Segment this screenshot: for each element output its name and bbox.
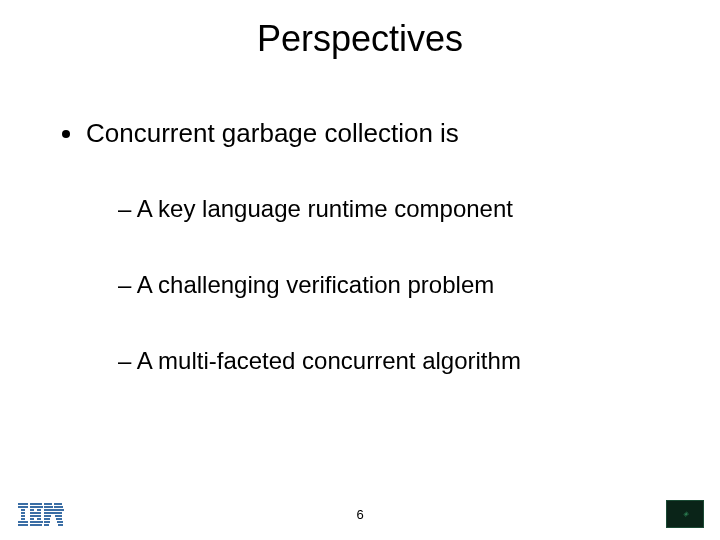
decorative-badge-icon: ◈ [666, 500, 704, 528]
bullet-dot-icon [62, 130, 70, 138]
ibm-logo-icon [18, 503, 64, 526]
bullet-text: Concurrent garbage collection is [86, 118, 459, 149]
slide-title: Perspectives [0, 0, 720, 60]
sub-bullets: – A key language runtime component – A c… [62, 149, 720, 375]
sub-bullet: – A multi-faceted concurrent algorithm [118, 347, 720, 375]
badge-text: ◈ [683, 510, 688, 518]
page-number: 6 [0, 507, 720, 522]
sub-bullet: – A challenging verification problem [118, 271, 720, 299]
bullet-level1: Concurrent garbage collection is [62, 118, 720, 149]
sub-bullet: – A key language runtime component [118, 195, 720, 223]
slide-content: Concurrent garbage collection is – A key… [0, 60, 720, 375]
